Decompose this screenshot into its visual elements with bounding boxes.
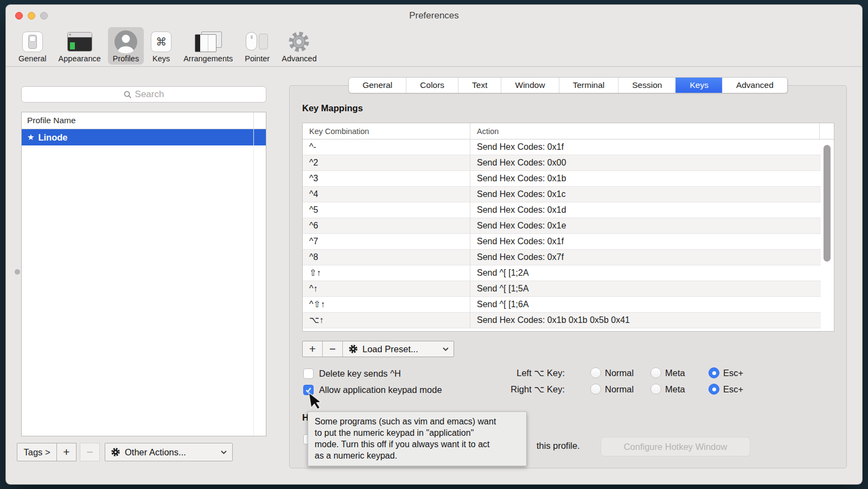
keypad-mode-tooltip: Some programs (such as vim and emacs) wa… bbox=[308, 411, 527, 466]
left-option-key-label: Left ⌥ Key: bbox=[445, 368, 565, 378]
mouse-cursor-icon bbox=[308, 391, 322, 412]
radio-selected-icon[interactable] bbox=[709, 384, 719, 395]
toolbar-item-arrangements[interactable]: Arrangements bbox=[178, 27, 238, 65]
toolbar-item-profiles[interactable]: Profiles bbox=[108, 27, 144, 65]
preferences-window: Preferences General × Appearance Profile… bbox=[5, 4, 863, 485]
tab-window[interactable]: Window bbox=[501, 78, 559, 93]
profile-tabs: General Colors Text Window Terminal Sess… bbox=[348, 77, 788, 93]
table-header: Key Combination Action bbox=[303, 123, 834, 139]
search-input[interactable]: Search bbox=[21, 86, 266, 103]
right-option-meta-radio[interactable]: Meta bbox=[650, 384, 685, 395]
radio-icon[interactable] bbox=[590, 384, 601, 395]
zoom-button[interactable] bbox=[40, 12, 48, 20]
table-row[interactable]: ^4Send Hex Codes: 0x1c bbox=[303, 187, 821, 202]
table-row[interactable]: ^6Send Hex Codes: 0x1e bbox=[303, 218, 821, 234]
action-column-header: Action bbox=[470, 127, 834, 136]
radio-icon[interactable] bbox=[650, 384, 661, 395]
tab-general[interactable]: General bbox=[349, 78, 406, 93]
column-divider bbox=[819, 123, 820, 139]
profile-list-header: Profile Name bbox=[22, 112, 266, 129]
tab-keys[interactable]: Keys bbox=[675, 78, 722, 93]
tab-colors[interactable]: Colors bbox=[406, 78, 458, 93]
person-icon bbox=[114, 29, 138, 54]
table-row[interactable]: ^-Send Hex Codes: 0x1f bbox=[303, 139, 821, 155]
window-title: Preferences bbox=[409, 10, 459, 21]
traffic-lights bbox=[15, 12, 48, 20]
switch-icon bbox=[22, 29, 43, 54]
tab-session[interactable]: Session bbox=[618, 78, 675, 93]
gear-icon bbox=[287, 29, 311, 54]
column-divider bbox=[253, 112, 254, 129]
table-row[interactable]: ⌥↑Send Hex Codes: 0x1b 0x1b 0x5b 0x41 bbox=[303, 313, 821, 328]
table-row[interactable]: ^7Send Hex Codes: 0x1f bbox=[303, 234, 821, 250]
load-preset-popup[interactable]: Load Preset... bbox=[343, 341, 454, 357]
preferences-toolbar: General × Appearance Profiles ⌘ Keys bbox=[6, 27, 862, 67]
table-row[interactable]: ^8Send Hex Codes: 0x7f bbox=[303, 250, 821, 265]
hotkey-profile-text: this profile. bbox=[537, 441, 580, 451]
minimize-button[interactable] bbox=[28, 12, 35, 20]
table-row[interactable]: ⇧↑Send ^[ [1;2A bbox=[303, 265, 821, 281]
tab-advanced[interactable]: Advanced bbox=[722, 78, 787, 93]
right-option-esc-radio[interactable]: Esc+ bbox=[709, 384, 743, 395]
command-key-icon: ⌘ bbox=[151, 29, 171, 54]
table-row[interactable]: ^↑Send ^[ [1;5A bbox=[303, 281, 821, 297]
toolbar-item-keys[interactable]: ⌘ Keys bbox=[146, 27, 176, 65]
toolbar-item-appearance[interactable]: × Appearance bbox=[54, 27, 106, 65]
toolbar-item-pointer[interactable]: Pointer bbox=[240, 27, 275, 65]
left-option-key-row: Left ⌥ Key: Normal Meta Esc+ bbox=[6, 368, 862, 380]
gear-icon bbox=[348, 344, 358, 354]
key-mappings-table: Key Combination Action ^-Send Hex Codes:… bbox=[302, 123, 834, 332]
left-option-normal-radio[interactable]: Normal bbox=[590, 367, 634, 378]
chevron-down-icon bbox=[221, 450, 227, 454]
right-option-key-label: Right ⌥ Key: bbox=[445, 384, 565, 395]
add-profile-button[interactable]: + bbox=[56, 443, 76, 461]
mouse-icon bbox=[245, 29, 270, 54]
radio-selected-icon[interactable] bbox=[709, 367, 719, 378]
tags-button[interactable]: Tags > bbox=[17, 443, 57, 461]
key-combination-column-header: Key Combination bbox=[303, 123, 470, 139]
table-row[interactable]: ^5Send Hex Codes: 0x1d bbox=[303, 202, 821, 218]
table-row[interactable]: ^2Send Hex Codes: 0x00 bbox=[303, 155, 821, 171]
configure-hotkey-window-button[interactable]: Configure Hotkey Window bbox=[601, 437, 750, 456]
close-button[interactable] bbox=[15, 12, 23, 20]
table-body: ^-Send Hex Codes: 0x1f ^2Send Hex Codes:… bbox=[303, 139, 834, 328]
table-row[interactable]: ^⇧↑Send ^[ [1;6A bbox=[303, 297, 821, 313]
radio-icon[interactable] bbox=[590, 367, 601, 378]
gear-icon bbox=[111, 447, 120, 457]
profile-name-column-header: Profile Name bbox=[27, 116, 76, 125]
add-mapping-button[interactable]: + bbox=[303, 341, 323, 357]
titlebar: Preferences bbox=[6, 5, 862, 27]
radio-icon[interactable] bbox=[650, 367, 661, 378]
profile-list-actions: Tags > + − Other Actions... bbox=[17, 443, 233, 461]
section-title: Key Mappings bbox=[302, 103, 363, 113]
windows-icon bbox=[195, 29, 222, 54]
search-icon bbox=[124, 91, 132, 99]
right-option-normal-radio[interactable]: Normal bbox=[590, 384, 634, 395]
chevron-down-icon bbox=[443, 347, 449, 351]
profile-name: Linode bbox=[38, 132, 67, 143]
tab-terminal[interactable]: Terminal bbox=[559, 78, 618, 93]
terminal-window-icon: × bbox=[67, 29, 92, 54]
toolbar-item-advanced[interactable]: Advanced bbox=[277, 27, 322, 65]
tab-text[interactable]: Text bbox=[458, 78, 501, 93]
vertical-scrollbar[interactable] bbox=[824, 145, 831, 262]
splitter-handle[interactable] bbox=[15, 269, 20, 275]
toolbar-item-general[interactable]: General bbox=[14, 27, 52, 65]
remove-profile-button[interactable]: − bbox=[80, 443, 100, 461]
key-mapping-actions: + − Load Preset... bbox=[302, 341, 454, 357]
left-option-esc-radio[interactable]: Esc+ bbox=[709, 367, 743, 378]
left-option-meta-radio[interactable]: Meta bbox=[650, 367, 685, 378]
table-row[interactable]: ^3Send Hex Codes: 0x1b bbox=[303, 171, 821, 187]
other-actions-popup[interactable]: Other Actions... bbox=[105, 443, 233, 461]
default-profile-star-icon: ★ bbox=[27, 132, 34, 142]
right-option-key-row: Right ⌥ Key: Normal Meta Esc+ bbox=[6, 384, 862, 396]
profile-row-linode[interactable]: ★ Linode bbox=[22, 129, 266, 145]
remove-mapping-button[interactable]: − bbox=[323, 341, 343, 357]
search-placeholder: Search bbox=[135, 89, 164, 100]
